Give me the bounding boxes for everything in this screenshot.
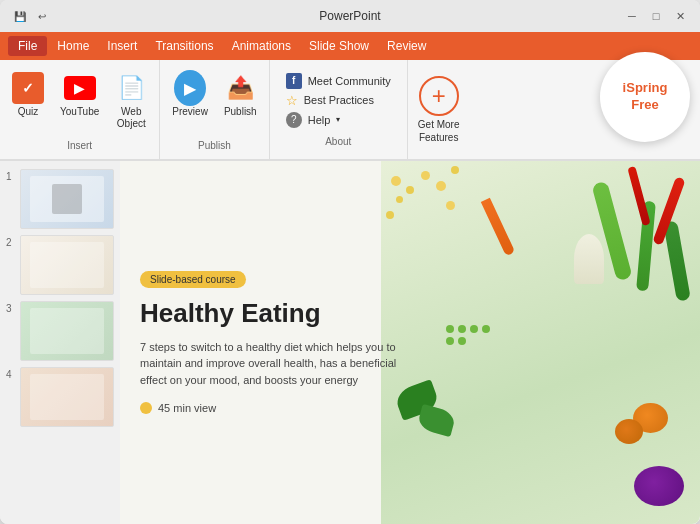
quiz-label: Quiz (18, 106, 39, 118)
slide-num-3: 3 (6, 301, 16, 314)
slide-num-2: 2 (6, 235, 16, 248)
slide-background: Slide-based course Healthy Eating 7 step… (120, 161, 700, 524)
ispring-badge[interactable]: iSpring Free (600, 52, 690, 142)
publish-icon: 📤 (224, 72, 256, 104)
maximize-button[interactable]: □ (648, 8, 664, 24)
insert-section-label: Insert (67, 140, 92, 155)
slide-thumbnail-2[interactable] (20, 235, 114, 295)
carrot (480, 198, 514, 257)
review-menu[interactable]: Review (379, 37, 434, 55)
corn-kernel-7 (446, 201, 455, 210)
minimize-button[interactable]: ─ (624, 8, 640, 24)
corn-kernel-6 (451, 166, 459, 174)
web-object-button[interactable]: 📄 WebObject (109, 68, 153, 134)
about-section: f Meet Community ☆ Best Practices ? Help… (270, 60, 408, 159)
menu-bar: File Home Insert Transitions Animations … (0, 32, 700, 60)
file-menu[interactable]: File (8, 36, 47, 56)
community-link[interactable]: f Meet Community (286, 73, 391, 89)
clock-icon (140, 402, 152, 414)
star-icon: ☆ (286, 93, 298, 108)
peas-cluster (445, 324, 495, 346)
publish-label: Publish (224, 106, 257, 118)
slide-thumb-2[interactable]: 2 (6, 235, 114, 295)
best-practices-link[interactable]: ☆ Best Practices (286, 93, 391, 108)
window-title: PowerPoint (319, 9, 380, 23)
ribbon: File Home Insert Transitions Animations … (0, 32, 700, 161)
quiz-icon: ✓ (12, 72, 44, 104)
web-object-label: WebObject (117, 106, 146, 130)
app-window: 💾 ↩ PowerPoint ─ □ ✕ File Home Insert Tr… (0, 0, 700, 524)
preview-icon: ▶ (174, 72, 206, 104)
undo-icon[interactable]: ↩ (34, 8, 50, 24)
slide-num-4: 4 (6, 367, 16, 380)
spinach-leaf-2 (417, 404, 457, 437)
insert-section: ✓ Quiz ▶ YouTube 📄 (0, 60, 160, 159)
slide-num-1: 1 (6, 169, 16, 182)
help-link[interactable]: ? Help ▾ (286, 112, 391, 128)
about-section-label: About (286, 136, 391, 147)
best-practices-label: Best Practices (304, 94, 374, 106)
community-label: Meet Community (308, 75, 391, 87)
toolbar: ✓ Quiz ▶ YouTube 📄 (0, 60, 700, 160)
title-bar-left: 💾 ↩ (12, 8, 50, 24)
red-cabbage (634, 466, 684, 506)
slide-thumb-3[interactable]: 3 (6, 301, 114, 361)
get-more-label: Get More Features (418, 118, 460, 144)
title-bar: 💾 ↩ PowerPoint ─ □ ✕ (0, 0, 700, 32)
insert-menu[interactable]: Insert (99, 37, 145, 55)
web-object-icon: 📄 (115, 72, 147, 104)
slide-title: Healthy Eating (140, 298, 402, 329)
home-menu[interactable]: Home (49, 37, 97, 55)
publish-section-label: Publish (198, 140, 231, 155)
publish-buttons: ▶ Preview 📤 Publish (166, 64, 262, 140)
facebook-icon: f (286, 73, 302, 89)
main-slide: Slide-based course Healthy Eating 7 step… (120, 161, 700, 524)
close-button[interactable]: ✕ (672, 8, 688, 24)
slide-content: Slide-based course Healthy Eating 7 step… (120, 161, 422, 524)
help-icon: ? (286, 112, 302, 128)
course-badge: Slide-based course (140, 271, 246, 288)
corn-kernel-3 (421, 171, 430, 180)
help-label: Help (308, 114, 331, 126)
get-more-button[interactable]: + (419, 76, 459, 116)
transitions-menu[interactable]: Transitions (147, 37, 221, 55)
help-dropdown-icon: ▾ (336, 115, 340, 124)
slide-duration: 45 min view (158, 402, 216, 414)
slide-thumbnail-4[interactable] (20, 367, 114, 427)
orange-tomato-2 (615, 419, 643, 444)
publish-section: ▶ Preview 📤 Publish Publish (160, 60, 269, 159)
food-background (381, 161, 700, 524)
slide-panel: 1 2 3 (0, 161, 120, 524)
quiz-button[interactable]: ✓ Quiz (6, 68, 50, 122)
youtube-icon: ▶ (64, 72, 96, 104)
corn-kernel-5 (436, 181, 446, 191)
ispring-label: iSpring Free (623, 80, 668, 114)
preview-label: Preview (172, 106, 208, 118)
slide-thumb-4[interactable]: 4 (6, 367, 114, 427)
slide-thumb-1[interactable]: 1 (6, 169, 114, 229)
slide-thumbnail-3[interactable] (20, 301, 114, 361)
youtube-label: YouTube (60, 106, 99, 118)
cauliflower (574, 234, 604, 284)
youtube-button[interactable]: ▶ YouTube (54, 68, 105, 122)
slide-thumbnail-1[interactable] (20, 169, 114, 229)
publish-button[interactable]: 📤 Publish (218, 68, 263, 122)
animations-menu[interactable]: Animations (224, 37, 299, 55)
preview-button[interactable]: ▶ Preview (166, 68, 214, 122)
content-area: 1 2 3 (0, 161, 700, 524)
insert-buttons: ✓ Quiz ▶ YouTube 📄 (6, 64, 153, 140)
cucumber-1 (663, 220, 691, 301)
get-more-section: + Get More Features (408, 60, 470, 159)
slide-description: 7 steps to switch to a healthy diet whic… (140, 339, 402, 389)
chili-2 (627, 166, 650, 226)
save-icon[interactable]: 💾 (12, 8, 28, 24)
window-controls: ─ □ ✕ (624, 8, 688, 24)
slideshow-menu[interactable]: Slide Show (301, 37, 377, 55)
slide-meta: 45 min view (140, 402, 402, 414)
